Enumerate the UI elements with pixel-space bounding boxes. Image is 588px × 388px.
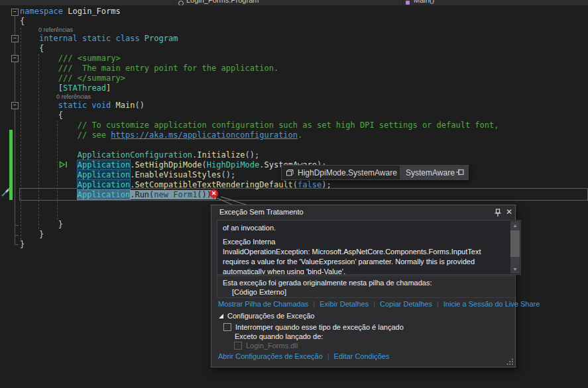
- code-token: .: [298, 130, 302, 140]
- code-token: HighDpiMode: [207, 160, 259, 170]
- outlining-tick: [15, 244, 19, 245]
- dialog-link[interactable]: Copiar Detalhes: [380, 300, 432, 308]
- code-token: }: [20, 240, 25, 249]
- aka-link[interactable]: https://aka.ms/applicationconfiguration: [111, 130, 298, 140]
- code-token: Application: [78, 160, 130, 170]
- code-token: [20, 150, 78, 160]
- module-checkbox-row[interactable]: Login_Forms.dll: [234, 342, 298, 350]
- code-line: {: [20, 111, 499, 121]
- code-token: ();: [221, 170, 235, 179]
- dialog-link[interactable]: Mostrar Pilha de Chamadas: [218, 300, 308, 308]
- pin-icon[interactable]: [455, 168, 465, 176]
- fold-marker-summary[interactable]: −: [11, 55, 19, 62]
- code-token: (: [202, 160, 207, 170]
- code-token: STAThread: [63, 83, 106, 93]
- code-token: false: [298, 180, 322, 189]
- code-line: {: [20, 17, 499, 26]
- code-line: {: [20, 44, 499, 54]
- code-token: [20, 54, 58, 63]
- code-token: .Run(: [130, 190, 154, 199]
- code-token: );: [322, 180, 331, 189]
- brush-icon[interactable]: [1, 186, 11, 197]
- except-when-label: Exceto quando lançado de:: [235, 332, 323, 340]
- code-line: namespace Login_Forms: [20, 7, 499, 17]
- exception-settings-header: Configurações de Exceção: [227, 312, 314, 320]
- debugger-datatip[interactable]: HighDpiMode.SystemAware SystemAware: [281, 165, 469, 180]
- code-token: EnableVisualStyles: [135, 170, 221, 179]
- code-line: ApplicationConfiguration.Initialize();: [20, 150, 499, 160]
- code-line: static void Main(): [20, 101, 499, 111]
- code-line: // To customize application configuratio…: [20, 121, 499, 130]
- dialog-link-row: Mostrar Pilha de Chamadas|Exibir Detalhe…: [218, 300, 540, 308]
- scroll-down-icon[interactable]: ▼: [510, 265, 520, 273]
- code-token: [20, 180, 78, 189]
- code-token: Program: [145, 34, 178, 43]
- code-token: 0 referências: [38, 26, 73, 33]
- module-checkbox[interactable]: [234, 342, 242, 350]
- code-line: // see https://aka.ms/applicationconfigu…: [20, 130, 499, 140]
- code-token: /// The main entry point for the applica…: [58, 64, 278, 73]
- dialog-link[interactable]: Editar Condições: [334, 352, 390, 360]
- code-token: [20, 64, 58, 73]
- datatip-expression: HighDpiMode.SystemAware: [298, 168, 397, 177]
- member-dropdown[interactable]: Main(): [414, 0, 434, 4]
- codelens-references[interactable]: 0 referências: [20, 93, 499, 101]
- code-line: /// <summary>: [20, 54, 499, 64]
- code-token: {: [20, 17, 25, 26]
- type-dropdown[interactable]: Login_Forms.Program: [186, 0, 259, 4]
- scroll-up-icon[interactable]: ▲: [510, 221, 520, 230]
- struct-icon: [286, 169, 294, 177]
- navbar-separator: [402, 0, 403, 5]
- codelens-references[interactable]: 0 referências: [20, 26, 499, 34]
- code-token: [20, 34, 39, 43]
- outlining-tick: [15, 225, 19, 226]
- dialog-link[interactable]: Inicie a Sessão do Live Share: [443, 300, 540, 308]
- code-token: {: [20, 44, 44, 53]
- code-token: SetHighDpiMode: [135, 160, 202, 170]
- inner-exception-heading: Exceção Interna: [223, 237, 504, 247]
- run-to-cursor-icon[interactable]: [59, 161, 68, 168]
- outlining-tick: [15, 235, 19, 236]
- link-separator: |: [373, 300, 375, 308]
- code-token: Application: [78, 190, 130, 199]
- code-token: static void: [58, 101, 111, 110]
- code-token: [20, 73, 58, 83]
- code-line: Application.Run(new Form1());: [20, 190, 499, 200]
- code-token: [140, 34, 145, 43]
- code-token: Form1: [173, 190, 197, 199]
- code-token: Main: [116, 101, 135, 110]
- break-checkbox[interactable]: [223, 323, 231, 331]
- code-token: [20, 190, 78, 199]
- exception-settings-expander[interactable]: Configurações de Exceção: [218, 312, 314, 320]
- dialog-link[interactable]: Exibir Detalhes: [320, 300, 369, 308]
- code-token: }: [20, 220, 63, 229]
- navbar-separator: [174, 0, 174, 5]
- code-token: Application: [78, 170, 130, 179]
- code-token: (): [135, 101, 144, 110]
- stack-box: Esta exceção foi gerada originalmente ne…: [217, 275, 516, 298]
- stack-intro: Esta exceção foi gerada originalmente ne…: [223, 278, 510, 287]
- break-checkbox-label: Interromper quando esse tipo de exceção …: [235, 323, 404, 331]
- link-separator: |: [327, 352, 329, 360]
- fold-marker-class[interactable]: −: [11, 35, 19, 42]
- datatip-value-region[interactable]: SystemAware: [400, 166, 468, 179]
- code-token: (: [293, 180, 298, 189]
- code-token: [20, 83, 58, 93]
- fold-marker-main[interactable]: −: [11, 102, 19, 109]
- pin-icon[interactable]: [494, 209, 502, 217]
- code-token: // see: [78, 130, 111, 140]
- exception-message-top: of an invocation.: [223, 223, 504, 233]
- code-token: ApplicationConfiguration: [78, 150, 192, 160]
- resize-grip[interactable]: [506, 358, 514, 365]
- code-token: .: [259, 160, 264, 170]
- scrollbar[interactable]: ▲ ▼: [510, 221, 520, 273]
- exception-error-icon[interactable]: ✕: [209, 189, 218, 198]
- close-icon[interactable]: ✕: [504, 207, 514, 217]
- scrollbar-thumb[interactable]: [510, 230, 520, 257]
- break-checkbox-row[interactable]: Interromper quando esse tipo de exceção …: [223, 323, 404, 331]
- code-token: Login_Forms: [63, 7, 121, 16]
- fold-marker-namespace[interactable]: −: [11, 9, 19, 16]
- dialog-link[interactable]: Abrir Configurações de Exceção: [218, 352, 323, 360]
- code-token: ();: [245, 150, 260, 160]
- class-icon: [178, 1, 184, 5]
